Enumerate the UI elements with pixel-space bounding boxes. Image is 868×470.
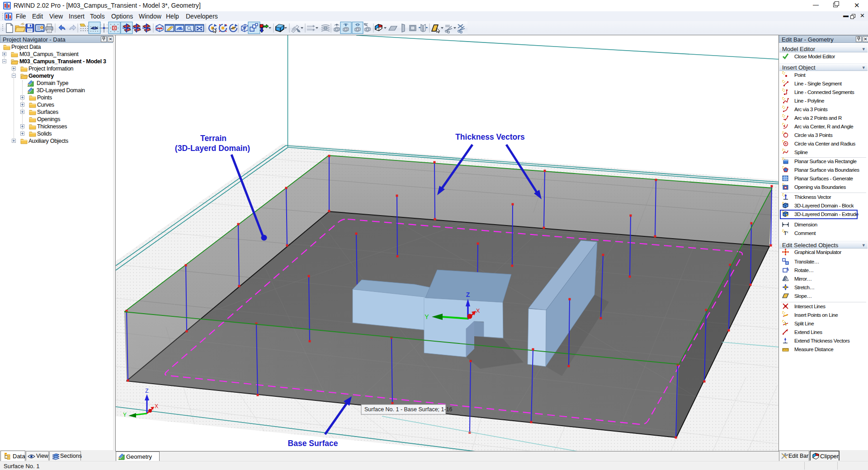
svg-text:Z: Z xyxy=(145,388,148,394)
svg-text:Y: Y xyxy=(425,313,429,320)
svg-text:x: x xyxy=(787,230,788,234)
svg-text:X: X xyxy=(476,307,480,314)
svg-text:Surface No. 1 - Base Surface;: Surface No. 1 - Base Surface; 1-16 xyxy=(364,406,453,413)
svg-text:Y: Y xyxy=(123,412,127,418)
svg-text:(3D-Layerd Domain): (3D-Layerd Domain) xyxy=(175,144,250,153)
svg-text:Base Surface: Base Surface xyxy=(288,439,338,448)
svg-text:Terrain: Terrain xyxy=(200,134,226,143)
svg-text:Z: Z xyxy=(466,291,470,298)
svg-text:Thickness Vectors: Thickness Vectors xyxy=(455,132,525,141)
svg-text:X: X xyxy=(155,403,158,409)
